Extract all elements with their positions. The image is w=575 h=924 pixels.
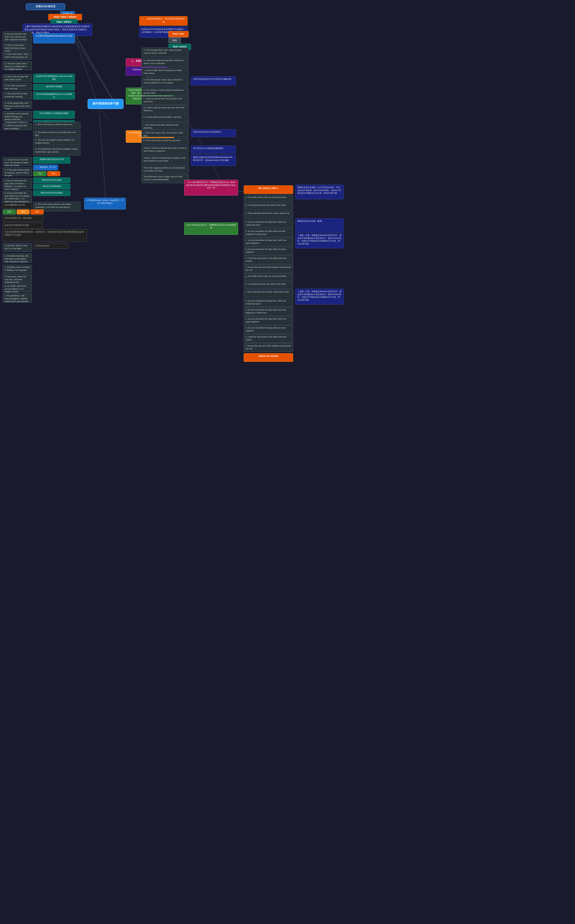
ex-park-played-b2: b. Do you remember the park where we onc… (244, 307, 293, 316)
note-when-dir: 先行词分析的方向：when说的 (3, 215, 43, 221)
that-who-badge: that / who (168, 31, 189, 37)
note-sense-type: 情感性句型代词定语从句书 (33, 157, 70, 164)
note-prep-rule: 对于定语从句介词摆放的规则说明 (191, 146, 236, 153)
section7-title: 7.as / which都可以引导一个限制性定语从句,as / which表关系… (184, 180, 238, 196)
ex-days-beijing: a. Do you remember the days when we were… (3, 178, 32, 189)
example-d2: d. All the people that come from the cou… (3, 101, 32, 108)
ex-forget: b. I will never forget the day (that / w… (141, 58, 189, 67)
ex-book-left: f. I came to get the book that was left … (141, 96, 189, 105)
ex-gate-girls: b. At the gate stood a group of students… (3, 167, 32, 176)
note-same: 先行词本身就是解释词only the very的规定 (33, 92, 75, 100)
ex-days-when-d2: d. Do you remember the days when we were… (244, 325, 293, 334)
ex-only-person-e2: e. I was the only person in the office w… (244, 334, 293, 343)
example-a3: a. My father and Mr Brown talked of thin… (3, 111, 32, 121)
ex-magazine: This is the magazine which you are looki… (141, 165, 189, 173)
svg-line-7 (75, 39, 99, 107)
ex-well-time: h. He was well at the time when I saw hi… (141, 115, 189, 122)
ex-gentleman-walked: f. The gentleman, with whose daughter I … (3, 293, 32, 303)
center-node: 高中英语语法学习册 (87, 99, 124, 109)
ex-earth-g: g. The earth is like a ball, as everyone… (244, 274, 293, 281)
earth-like-node: the earth is like > (244, 185, 293, 194)
example-b2: b. He is the only person that I can trus… (3, 83, 32, 90)
note-only: only用于先行词的规则the only, the very的规定 (33, 74, 75, 83)
ex-meet-place: i. Let's meet at the place where we met … (141, 122, 189, 130)
example-b3: b. Which is the town that goes to Beijin… (3, 123, 32, 130)
note-person-thing: 当先行词既有人又有物的that规定 (33, 111, 75, 119)
ex-house-earthquake: d. The house, where he was born, has bee… (3, 274, 32, 283)
ex-english-teacher: c. The man our English teacher talked is… (33, 138, 80, 145)
badge-keyi: 可以 (33, 171, 46, 176)
section-right-title1: 一、关系代词的用法：先代关系代词的先行词 (139, 16, 187, 25)
ex-days-together-c2: c. Do you remember the days that / which… (244, 316, 293, 325)
ex-park-visited-a: a. Do you remember the park that / which… (244, 219, 293, 228)
example-b1: b. This is a book that / which tells abo… (3, 43, 32, 51)
ex-days-together-c: c. You will remember the days that / whi… (244, 238, 293, 246)
ex-father-beijing: c. My father, who is working in Beijing,… (3, 265, 32, 273)
note-omit: 关系代词在定语从句中作宾语可以省略说明 (191, 76, 236, 85)
connection-lines (0, 0, 575, 924)
note-complex: 当先行词分析同结果的联系时候，注意到从句，注意到的叫做先行词区别联系格式是这类词… (3, 229, 87, 242)
note-time-word: 时间先行词+when说的 (33, 178, 70, 183)
mind-map: 定语从句介绍主页 关系代词 that / who / whom that / w… (0, 0, 575, 924)
badge-process: 处理 (30, 210, 44, 215)
ex-days-when-d: d. Do you remember the days when we were… (244, 247, 293, 255)
section4-title: 4.关系副词when / where / why的定义，行词+关系代词定义 (84, 198, 126, 210)
note-prep-detail: 如果介词放在句末则可以用who/that/which关系代词引导，且that/w… (191, 154, 236, 166)
example-d1: d. The man I (that / who / whom) you tal… (3, 61, 32, 70)
ex-earth-ball-a: a. The earth is like a ball, as everyone… (244, 195, 293, 202)
ex-smith-talked: e. Mr. Smith, with whom you just talked,… (3, 283, 32, 292)
fj-badge: 附加 (168, 38, 181, 43)
section1-title: 1.关系代词that/who/whom的中生活道 (33, 33, 75, 43)
note-as-which-detail2: 一道题一方面，如果他们向before定语从句中，放在先行词前面的as引导定语从句… (295, 232, 344, 248)
section8-title: 8.non-limiting 定语从句，非限制性定语从句 #which的适用 (184, 223, 238, 235)
svg-line-8 (99, 107, 110, 121)
note-precond: 一、有前提词，记了名 (33, 165, 58, 170)
badge-apply: 适用 (17, 210, 30, 215)
note-combine: 将结合关系代词为功能化 (33, 190, 70, 196)
note-place-word: 条件先行代词结构表 (33, 184, 70, 189)
note-after-example: 后话先生的例句 (33, 243, 68, 249)
ex-person-write: b. The person to whom you should write i… (33, 130, 80, 137)
ex-comrade: a. The comrade (that / who / whom []) th… (141, 48, 189, 57)
top-title: 定语从句介绍主页 (26, 3, 65, 10)
svg-line-9 (99, 107, 106, 205)
ex-mountain-foot: At five o' clock we reached the mountain… (141, 156, 189, 164)
ex-only-one-f: f. He was the only one of the students w… (244, 265, 293, 273)
note-prep: 关系代词在定语从句中的说明句 (191, 129, 236, 137)
note-nonlimit-repeat: 一道题一方面，如果他们向before定语从句中，放在先行词前面的as引导定语从句… (295, 289, 344, 304)
ex-child-fire: d. The child whose mother died in the fi… (141, 77, 189, 87)
ex-window-faces: a. I used to live in a small room, the w… (3, 157, 32, 166)
ex-earth-h: h. As everyone knows, the earth is like … (244, 281, 293, 289)
which-visited-node: which we visited (244, 353, 293, 362)
ex-park-played: b. Do you remember the park where we onc… (3, 191, 32, 202)
ex-mountain-front: At five o' clock we reached the house, i… (141, 146, 189, 154)
ex-born-house: a. This is the house in which he was bor… (33, 122, 80, 129)
ex-kennedy: b. President Kennedy, who had heard of t… (3, 253, 32, 263)
ex-house-born: k. This is the house in which he was bor… (141, 138, 189, 145)
ex-books-left: g. I came to get the books that were lef… (141, 105, 189, 114)
ex-only-person-e: e. I was the only person in the office w… (244, 256, 293, 264)
ex-reason-why: j. This is the reason why I am in favor … (141, 130, 189, 137)
ex-french-i: i. They said they were French, which was… (244, 289, 293, 297)
note-precond-dir: 先行词修时限方向分类 (3, 202, 32, 208)
ex-house-windows: e. He is living in a house whose windows… (141, 87, 189, 95)
example-c2: c. This is the first car that arrived th… (3, 91, 32, 99)
badge-bufen: 部分 (47, 171, 60, 176)
example-c1: c. This is the house（that / which / the … (3, 52, 32, 60)
example-a2: a. This is the last play that was writte… (3, 74, 32, 82)
ex-lady: c. I know a lady whose husband is a Nobe… (141, 68, 189, 76)
ex-park-visited-a2: a. Do you remember the park that / which… (244, 298, 293, 307)
ex-book-old: a. My book, which is very old, is on the… (3, 243, 32, 252)
example-a1: a. Do you know the man (that / who came … (3, 32, 32, 41)
note-link-dir: 如何与先行词联词方向关联 (3, 223, 43, 229)
ex-earth-ball-b: b. As everyone knows, the earth is like … (244, 203, 293, 210)
note-question: 疑问词时代词规则 (33, 84, 75, 90)
badge-classify: 分类 (3, 210, 16, 215)
note-limiting2: 限制性定语从句说明（重复） (295, 218, 344, 232)
ex-park-played-b: b. Do you remember the park where we onl… (244, 229, 293, 237)
ex-only-one-f2: f. He was the only one of the students w… (244, 344, 293, 352)
ex-aunt-li: The child whom Aunt Li takes care of in … (141, 174, 189, 183)
note-limiting: 限制性定语从句说明：as引导定语从句时，可以放在先行词前面，相当于which意思… (295, 185, 344, 199)
ex-gentleman: d. The gentleman, with whose daughter I … (33, 146, 80, 156)
ex-french-which: c. They said they were French, which was… (244, 211, 293, 219)
